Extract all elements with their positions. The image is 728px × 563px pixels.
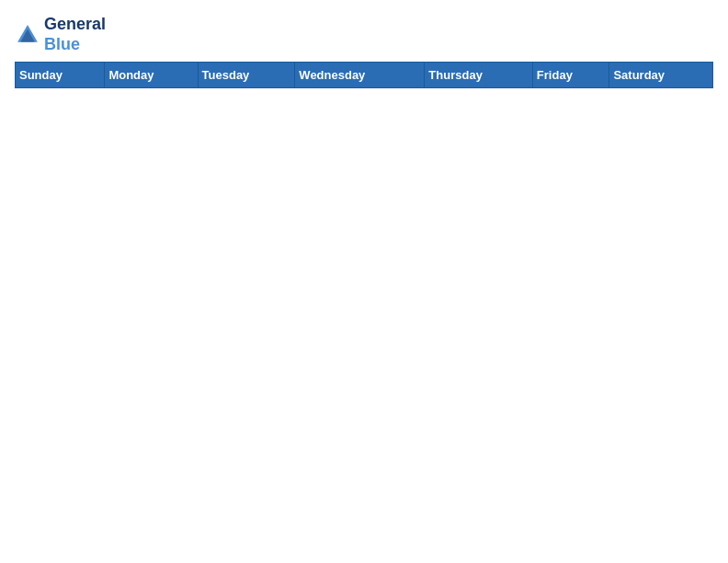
weekday-tuesday: Tuesday (198, 63, 295, 88)
weekday-wednesday: Wednesday (295, 63, 425, 88)
logo-text: General Blue (44, 15, 106, 54)
logo-icon (15, 22, 40, 48)
page-header: General Blue (15, 15, 713, 54)
weekday-monday: Monday (105, 63, 198, 88)
weekday-sunday: Sunday (16, 63, 105, 88)
weekday-thursday: Thursday (425, 63, 533, 88)
weekday-header-row: SundayMondayTuesdayWednesdayThursdayFrid… (16, 63, 713, 88)
weekday-saturday: Saturday (609, 63, 713, 88)
weekday-friday: Friday (532, 63, 609, 88)
logo: General Blue (15, 15, 106, 54)
calendar-table: SundayMondayTuesdayWednesdayThursdayFrid… (15, 62, 713, 88)
